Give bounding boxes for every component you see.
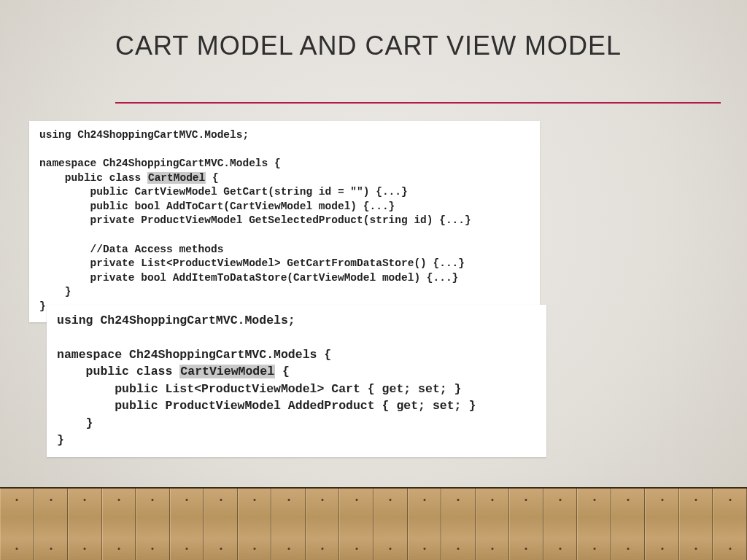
highlight-cartviewmodel: CartViewModel [179, 365, 275, 378]
code-text: using Ch24ShoppingCartMVC.Models; namesp… [39, 128, 530, 314]
floor-decoration [0, 487, 747, 560]
code-text: using Ch24ShoppingCartMVC.Models; namesp… [57, 312, 536, 448]
code-block-cartmodel: using Ch24ShoppingCartMVC.Models; namesp… [29, 121, 540, 322]
code-block-cartviewmodel: using Ch24ShoppingCartMVC.Models; namesp… [47, 305, 546, 457]
slide-title: CART MODEL AND CART VIEW MODEL [115, 31, 659, 61]
highlight-cartmodel: CartModel [147, 172, 206, 184]
title-underline [115, 102, 721, 104]
slide: CART MODEL AND CART VIEW MODEL using Ch2… [0, 0, 747, 560]
